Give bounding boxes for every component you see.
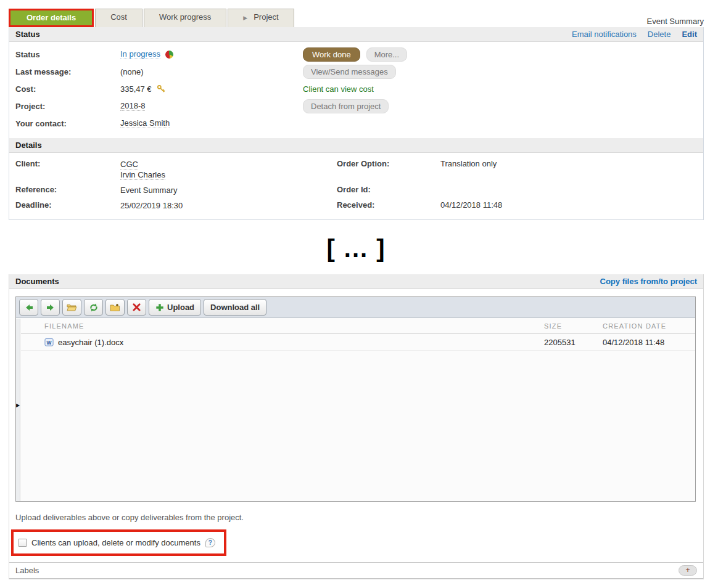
status-label: Status [15,50,120,59]
last-message-value: (none) [120,67,144,76]
labels-title: Labels [15,566,39,575]
page-title: Event Summary [647,17,704,27]
project-value[interactable]: 2018-8 [120,101,145,111]
reference-row: Reference: Event Summary Order Id: [15,182,697,198]
documents-card: Documents Copy files from/to project [9,274,704,579]
status-section-header: Status Email notifications Delete Edit [9,27,703,42]
details-title: Details [15,141,42,150]
client-label: Client: [15,159,120,168]
file-table: FILENAME SIZE CREATION DATE W easychair … [21,318,695,351]
tab-bar: Order details Cost Work progress ▶Projec… [9,9,704,27]
svg-text:W: W [47,339,52,345]
work-done-button[interactable]: Work done [303,47,360,62]
details-section-header: Details [9,138,703,153]
upload-hint-text: Upload deliverables above or copy delive… [9,502,703,522]
client-company-value[interactable]: CGC [120,160,138,169]
your-contact-label: Your contact: [15,119,120,128]
status-fields: Status In progress Work done More... Las… [9,42,703,138]
column-filename: FILENAME [21,322,544,330]
forward-button[interactable] [41,299,60,316]
detach-from-project-button[interactable]: Detach from project [303,99,389,113]
tab-cost[interactable]: Cost [95,9,142,27]
last-message-row: Last message: (none) View/Send messages [15,63,697,80]
status-title: Status [15,30,40,39]
order-details-page: Order details Cost Work progress ▶Projec… [0,0,718,579]
upload-button[interactable]: Upload [149,299,201,316]
more-button[interactable]: More... [366,47,407,62]
status-value-link[interactable]: In progress [120,49,160,59]
view-send-messages-button[interactable]: View/Send messages [303,65,396,79]
email-notifications-link[interactable]: Email notifications [572,30,637,39]
deadline-value: 25/02/2019 18:30 [120,200,337,211]
column-creation-date: CREATION DATE [603,322,695,330]
tab-order-details[interactable]: Order details [9,9,94,27]
file-table-header: FILENAME SIZE CREATION DATE [21,318,695,334]
reference-label: Reference: [15,185,120,194]
upload-button-label: Upload [167,303,194,312]
labels-section: Labels + [9,562,703,579]
file-name: easychair (1).docx [58,338,123,347]
refresh-icon [89,303,99,312]
your-contact-row: Your contact: Jessica Smith [15,115,697,132]
word-doc-icon: W [44,338,54,347]
deadline-row: Deadline: 25/02/2019 18:30 Received: 04/… [15,198,697,213]
client-contact-value[interactable]: Irvin Charles [120,170,165,180]
reference-value: Event Summary [120,185,337,195]
order-id-label: Order Id: [337,185,440,194]
key-icon[interactable] [157,84,166,94]
project-row: Project: 2018-8 Detach from project [15,97,697,115]
status-row: Status In progress Work done More... [15,46,697,63]
clients-permission-label: Clients can upload, delete or modify doc… [31,538,200,547]
received-label: Received: [337,200,440,210]
client-row: Client: CGC Irvin Charles Order Option: … [15,157,697,182]
copy-files-link[interactable]: Copy files from/to project [600,277,697,286]
open-folder-button[interactable] [62,299,81,316]
snip-separator: [ ... ] [9,232,704,264]
forward-arrow-icon [46,303,56,312]
tab-work-progress[interactable]: Work progress [144,9,226,27]
download-all-button[interactable]: Download all [204,299,266,316]
back-button[interactable] [19,299,38,316]
triangle-right-icon: ▶ [243,15,247,21]
details-fields: Client: CGC Irvin Charles Order Option: … [9,153,703,219]
documents-title: Documents [15,277,59,286]
back-arrow-icon [24,303,34,312]
file-size: 2205531 [544,338,603,347]
panel-collapse-gutter[interactable]: ▶ [16,319,20,501]
delete-link[interactable]: Delete [648,30,671,39]
new-folder-button[interactable] [105,299,125,316]
last-message-label: Last message: [15,67,120,76]
collapse-handle-icon: ▶ [16,402,20,408]
cost-label: Cost: [15,84,120,94]
clients-permission-checkbox[interactable] [19,539,27,547]
received-value: 04/12/2018 11:48 [440,200,697,210]
delete-file-button[interactable] [127,299,146,316]
your-contact-value[interactable]: Jessica Smith [120,118,170,128]
client-can-view-cost-note: Client can view cost [303,84,374,94]
delete-x-icon [132,303,141,312]
order-option-value: Translation only [440,159,697,168]
cost-row: Cost: 335,47 € Client can view cost [15,80,697,97]
file-toolbar: Upload Download all [16,297,695,318]
help-icon[interactable]: ? [205,538,215,547]
order-option-label: Order Option: [337,159,440,168]
edit-link[interactable]: Edit [682,30,697,39]
tab-project-label: Project [254,12,278,22]
open-folder-icon [67,303,77,312]
plus-icon [155,303,164,312]
clients-permission-highlight: Clients can upload, delete or modify doc… [11,529,226,556]
add-label-button[interactable]: + [679,565,697,576]
new-folder-icon [110,303,120,312]
deadline-label: Deadline: [15,200,120,210]
order-summary-card: Status Email notifications Delete Edit S… [9,27,704,220]
file-creation-date: 04/12/2018 11:48 [603,338,695,347]
project-label: Project: [15,102,120,111]
file-manager-panel: Upload Download all ▶ FILENAME SIZE CREA… [15,296,696,502]
tab-project[interactable]: ▶Project [228,9,294,27]
pie-chart-icon [165,51,173,59]
table-row[interactable]: W easychair (1).docx 2205531 04/12/2018 … [21,334,695,351]
cost-value: 335,47 € [120,84,152,94]
documents-section-header: Documents Copy files from/to project [9,274,703,289]
refresh-button[interactable] [84,299,103,316]
column-size: SIZE [544,322,603,330]
